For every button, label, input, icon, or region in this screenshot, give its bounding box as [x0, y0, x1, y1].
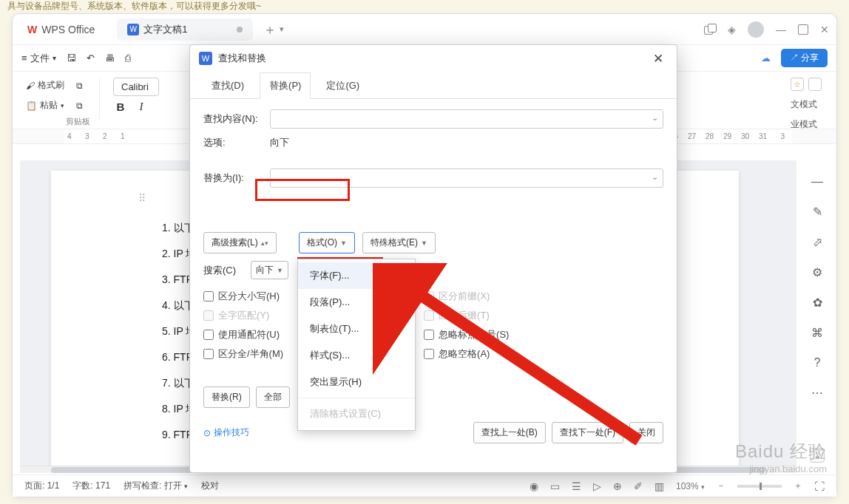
spell-status[interactable]: 拼写检查: 打开 ▾ [124, 480, 188, 492]
share-button[interactable]: ↗ 分享 [781, 49, 828, 67]
web-icon[interactable]: ⊕ [613, 480, 622, 492]
settings-icon[interactable]: ⚙ [812, 265, 822, 279]
advanced-search-button[interactable]: 高级搜索(L) ▴▾ [203, 232, 277, 253]
zoom-level[interactable]: 103% ▾ [676, 481, 705, 491]
replace-with-label: 替换为(I): [203, 171, 263, 185]
close-button[interactable]: 关闭 [629, 422, 663, 443]
search-direction-select[interactable]: 向下 ▼ [251, 261, 288, 279]
close-window-button[interactable]: ✕ [820, 24, 829, 35]
dialog-body: 查找内容(N): ⌄ 选项: 向下 替换为(I): ⌄ 高级搜索(L) ▴▾ 格… [190, 99, 677, 454]
ribbon-right-panel: ☆ 文模式 业模式 [791, 78, 822, 131]
right-rail: — ✎ ⬀ ⚙ ✿ ⌘ ? ⋯ ⌄ [802, 160, 832, 469]
tab-replace[interactable]: 替换(P) [260, 72, 311, 99]
doc-icon: W [199, 52, 212, 65]
clipboard-extra-icon[interactable]: ⧉ [73, 99, 86, 112]
leaf-icon[interactable]: ✿ [813, 296, 822, 310]
menu-clear-format: 清除格式设置(C) [298, 401, 415, 427]
opt-whole: 全字匹配(Y) [203, 309, 283, 322]
options-label: 选项: [203, 136, 263, 149]
box-icon[interactable] [808, 78, 822, 91]
menu-font[interactable]: 字体(F)... [298, 262, 415, 289]
menu-tabstop[interactable]: 制表位(T)... [298, 316, 415, 342]
print-icon[interactable]: 🖶 [105, 52, 115, 64]
zoom-in-icon[interactable]: ＋ [794, 480, 802, 492]
proof-status[interactable]: 校对 [201, 480, 219, 492]
undo-icon[interactable]: ↶ [87, 52, 95, 64]
star-icon[interactable]: ☆ [791, 78, 804, 91]
format-dropdown-menu: 字体(F)... 段落(P)... 制表位(T)... 样式(S)... 突出显… [297, 259, 416, 431]
preview-icon[interactable]: ⎙ [125, 52, 131, 64]
minimize-button[interactable]: — [776, 24, 786, 35]
doc-icon: W [127, 24, 139, 35]
find-replace-dialog: W 查找和替换 ✕ 查找(D) 替换(P) 定位(G) 查找内容(N): ⌄ 选… [189, 44, 677, 473]
tab-find[interactable]: 查找(D) [202, 72, 254, 99]
special-format-button[interactable]: 特殊格式(E) ▼ [362, 232, 436, 253]
dialog-tabs: 查找(D) 替换(P) 定位(G) [190, 72, 677, 99]
menu-highlight[interactable]: 突出显示(H) [298, 369, 415, 395]
maximize-button[interactable] [798, 24, 808, 35]
wps-logo-icon: W [27, 24, 37, 35]
bold-button[interactable]: B [113, 101, 128, 113]
format-brush-button[interactable]: 🖌 格式刷 [23, 78, 67, 93]
paste-button[interactable]: 📋 粘贴 ▾ [23, 98, 67, 113]
save-icon[interactable]: 🖫 [67, 52, 76, 64]
find-next-button[interactable]: 查找下一处(F) [552, 422, 623, 443]
link-icon[interactable]: ⌘ [811, 326, 823, 340]
find-prev-button[interactable]: 查找上一处(B) [473, 422, 546, 443]
search-label: 搜索(C) [203, 264, 243, 277]
mode-text[interactable]: 文模式 [791, 98, 822, 111]
italic-button[interactable]: I [134, 101, 149, 113]
play-icon[interactable]: ▷ [593, 480, 601, 492]
opt-prefix: 区分前缀(X) [424, 290, 509, 303]
opt-width[interactable]: 区分全/半角(M) [203, 347, 283, 361]
new-tab-button[interactable]: ＋ ▾ [263, 21, 284, 38]
pen-icon[interactable]: ✎ [813, 205, 822, 219]
replace-with-input[interactable]: ⌄ [270, 168, 663, 188]
drag-handle-icon[interactable]: ⠿ [138, 185, 146, 211]
chevron-down-icon[interactable]: ⌄ [652, 113, 658, 123]
layout-icon[interactable]: ▥ [654, 480, 664, 492]
font-select[interactable]: Calibri [113, 78, 159, 96]
format-button[interactable]: 格式(O) ▼ [299, 232, 355, 253]
tab-close-dot[interactable] [237, 27, 243, 33]
app-brand: W WPS Office [20, 21, 102, 38]
user-avatar[interactable] [748, 21, 764, 38]
find-content-input[interactable]: ⌄ [270, 109, 663, 129]
copy-icon[interactable]: ⧉ [73, 79, 86, 92]
zoom-out-icon[interactable]: － [717, 480, 725, 492]
opt-punct[interactable]: 忽略标点符号(S) [424, 328, 509, 341]
cloud-upload-icon[interactable]: ☁ [761, 52, 771, 64]
rail-minimize-icon[interactable]: — [811, 175, 823, 188]
document-tab[interactable]: W 文字文稿1 [117, 18, 252, 41]
opt-suffix: 区分后缀(T) [424, 309, 509, 322]
cube-icon[interactable]: ◈ [728, 24, 736, 35]
fullscreen-icon[interactable]: ⛶ [814, 480, 825, 492]
opt-case[interactable]: 区分大小写(H) [203, 290, 283, 303]
opt-space[interactable]: 忽略空格(A) [424, 347, 509, 361]
tab-goto[interactable]: 定位(G) [317, 72, 369, 99]
edit-icon[interactable]: ✐ [634, 480, 643, 492]
chevron-down-icon[interactable]: ⌄ [652, 172, 658, 182]
zoom-slider[interactable] [737, 485, 782, 488]
dialog-close-button[interactable]: ✕ [649, 50, 668, 68]
replace-all-button[interactable]: 全部 [256, 386, 290, 408]
outline-icon[interactable]: ☰ [572, 480, 581, 492]
cursor-icon[interactable]: ⬀ [813, 235, 822, 249]
replace-button[interactable]: 替换(R) [203, 386, 250, 408]
eye-icon[interactable]: ◉ [530, 480, 538, 492]
statusbar: 页面: 1/1 字数: 171 拼写检查: 打开 ▾ 校对 ◉ ▭ ☰ ▷ ⊕ … [13, 474, 836, 497]
page-status[interactable]: 页面: 1/1 [24, 480, 59, 492]
doc-tab-label: 文字文稿1 [143, 23, 187, 36]
watermark: Baidu 经验 jingyan.baidu.com [735, 440, 827, 474]
help-icon[interactable]: ? [814, 356, 821, 370]
menu-paragraph[interactable]: 段落(P)... [298, 289, 415, 316]
titlebar: W WPS Office W 文字文稿1 ＋ ▾ ◈ — ✕ [13, 14, 836, 45]
opt-wildcard[interactable]: 使用通配符(U) [203, 328, 283, 341]
menu-style[interactable]: 样式(S)... [298, 342, 415, 369]
tips-link[interactable]: ⊙操作技巧 [203, 426, 249, 439]
multi-window-icon[interactable] [704, 24, 716, 35]
word-count[interactable]: 字数: 171 [72, 480, 110, 492]
page-view-icon[interactable]: ▭ [550, 480, 560, 492]
more-icon[interactable]: ⋯ [811, 386, 823, 400]
file-menu[interactable]: ≡ 文件 ▾ [21, 52, 56, 65]
